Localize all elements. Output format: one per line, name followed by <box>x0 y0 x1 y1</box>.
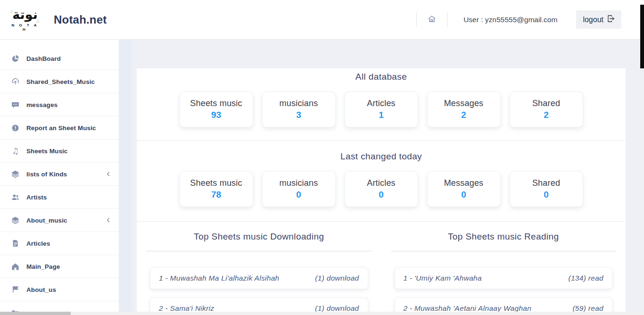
chevron-left-icon <box>106 171 111 177</box>
pie-chart-icon <box>11 55 19 63</box>
stat-value: 93 <box>211 110 221 120</box>
sidebar-item-about-us[interactable]: About_us <box>0 278 119 301</box>
stat-label: musicians <box>280 99 318 108</box>
list-item[interactable]: 1 - 'Umiy Kam 'Ahwaha (134) read <box>395 267 613 289</box>
sidebar-item-main-page[interactable]: Main_Page <box>0 255 119 278</box>
stat-label: Articles <box>367 99 396 108</box>
sidebar-item-shared-sheets-music[interactable]: Shared_Sheets_Music <box>0 70 119 93</box>
chevron-left-icon <box>106 217 111 223</box>
sidebar-item-label: Main_Page <box>26 263 60 270</box>
stat-label: musicians <box>280 178 318 188</box>
stat-value: 0 <box>461 190 466 200</box>
sidebar-item-label: Artists <box>26 194 47 201</box>
horizontal-scrollbar-thumb[interactable] <box>0 312 71 315</box>
horizontal-scrollbar-track[interactable] <box>0 312 644 315</box>
sidebar-item-label: Shared_Sheets_Music <box>26 78 95 85</box>
music-note-decor-icon: ♪ <box>10 8 13 14</box>
list-item[interactable]: 1 - Muwashah Ma Li'alhazik Alsihah (1) d… <box>150 267 368 289</box>
sidebar-gutter <box>120 40 132 315</box>
stat-card-musicians[interactable]: musicians 0 <box>262 171 336 207</box>
section-divider <box>137 221 626 222</box>
logo-caption: N O T A H <box>11 23 39 32</box>
sidebar-item-report-sheet-music[interactable]: Report an Sheet Music <box>0 116 119 140</box>
sidebar-item-label: Articles <box>26 240 50 247</box>
header: ♪ ♫ نوتة N O T A H Notah.net User : yzn5… <box>0 0 644 40</box>
stat-value: 0 <box>296 190 301 200</box>
logout-button-label: logout <box>583 16 603 24</box>
top-downloads-column: Top Sheets music Downloading 1 - Muwasha… <box>146 232 372 315</box>
top-downloads-title: Top Sheets music Downloading <box>146 232 372 242</box>
sidebar-item-label: messages <box>26 101 58 108</box>
stat-card-messages[interactable]: Messages 0 <box>427 171 501 207</box>
sidebar-item-label: About_music <box>26 217 67 224</box>
upload-cloud-icon <box>11 78 19 86</box>
column-rule <box>391 251 617 251</box>
sidebar-item-label: Report an Sheet Music <box>26 124 96 132</box>
vertical-scrollbar-thumb[interactable] <box>640 5 644 68</box>
main-panel: All database Sheets music 93 musicians 3… <box>137 68 626 315</box>
stat-card-sheets-music[interactable]: Sheets music 93 <box>180 91 253 127</box>
stat-card-sheets-music[interactable]: Sheets music 78 <box>180 171 253 207</box>
last-changed-title: Last changed today <box>137 151 626 162</box>
sidebar-item-label: Sheets Music <box>26 148 67 155</box>
users-icon <box>11 193 19 201</box>
stat-label: Shared <box>532 178 560 188</box>
stat-value: 2 <box>461 110 466 120</box>
stat-card-messages[interactable]: Messages 2 <box>427 91 501 127</box>
top-lists-section: Top Sheets music Downloading 1 - Muwasha… <box>137 232 626 315</box>
home-icon <box>427 14 437 25</box>
header-divider <box>447 13 447 27</box>
logo-arabic-text: نوتة <box>11 8 39 22</box>
stat-card-shared[interactable]: Shared 0 <box>510 171 583 207</box>
layers-icon <box>11 170 19 178</box>
read-count: (134) read <box>568 274 603 282</box>
sidebar-item-messages[interactable]: messages <box>0 93 119 116</box>
stat-label: Messages <box>444 178 484 188</box>
logout-icon <box>607 15 615 25</box>
sidebar-item-about-music[interactable]: About_music <box>0 209 119 232</box>
column-rule <box>146 251 372 251</box>
sidebar-item-lists-of-kinds[interactable]: lists of Kinds <box>0 163 119 186</box>
stat-card-articles[interactable]: Articles 1 <box>345 91 418 127</box>
all-database-cards: Sheets music 93 musicians 3 Articles 1 M… <box>137 91 626 127</box>
stat-value: 2 <box>544 110 549 120</box>
top-reads-column: Top Sheets music Reading 1 - 'Umiy Kam '… <box>391 232 617 315</box>
sidebar-item-label: lists of Kinds <box>26 171 67 178</box>
music-note-decor-icon: ♫ <box>36 18 40 24</box>
stat-value: 0 <box>544 190 549 200</box>
stat-value: 78 <box>211 190 221 200</box>
stat-card-shared[interactable]: Shared 2 <box>510 91 583 127</box>
chat-bubble-icon <box>11 101 19 109</box>
sidebar-item-articles[interactable]: Articles <box>0 232 119 255</box>
layers-icon <box>11 216 19 224</box>
stat-label: Shared <box>532 99 560 108</box>
stat-value: 3 <box>296 110 301 120</box>
stat-label: Messages <box>444 99 484 108</box>
sheet-name: 1 - Muwashah Ma Li'alhazik Alsihah <box>159 274 280 282</box>
header-right: User : yzn55555@gmail.com logout <box>416 10 621 29</box>
sidebar-item-dashboard[interactable]: DashBoard <box>0 47 119 70</box>
user-email-label: User : yzn55555@gmail.com <box>463 16 557 24</box>
file-text-icon <box>11 240 19 248</box>
site-logo[interactable]: ♪ ♫ نوتة N O T A H <box>11 8 39 32</box>
sidebar-item-sheets-music[interactable]: ♫ Sheets Music <box>0 140 119 163</box>
stat-label: Sheets music <box>190 99 242 108</box>
home-icon <box>11 263 19 271</box>
stat-card-musicians[interactable]: musicians 3 <box>262 91 336 127</box>
home-button[interactable] <box>427 14 437 25</box>
all-database-title: All database <box>137 68 626 82</box>
top-downloads-list: 1 - Muwashah Ma Li'alhazik Alsihah (1) d… <box>146 267 372 315</box>
stat-card-articles[interactable]: Articles 0 <box>345 171 418 207</box>
sidebar-item-label: DashBoard <box>26 55 61 62</box>
logout-button[interactable]: logout <box>576 10 621 29</box>
sidebar-item-artists[interactable]: Artists <box>0 186 119 209</box>
stat-value: 0 <box>379 190 384 200</box>
top-reads-list: 1 - 'Umiy Kam 'Ahwaha (134) read 2 - Muw… <box>391 267 617 315</box>
sidebar: DashBoard Shared_Sheets_Music messages <box>0 40 119 315</box>
alert-circle-icon <box>11 124 19 132</box>
stat-value: 1 <box>379 110 384 120</box>
download-count: (1) download <box>315 274 359 282</box>
section-divider <box>137 141 626 141</box>
header-divider <box>416 13 417 27</box>
music-note-icon: ♫ <box>11 147 19 155</box>
